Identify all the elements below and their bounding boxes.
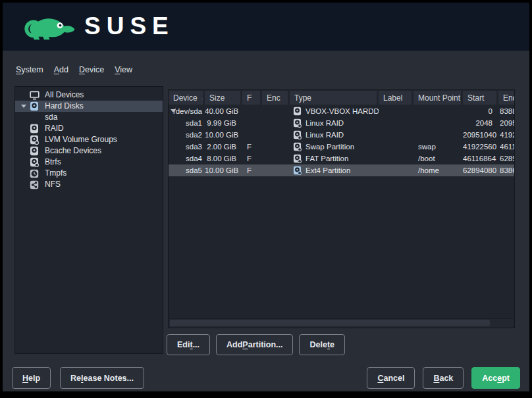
tmpfs-clock-icon [28,169,40,178]
tree-item-nfs[interactable]: NFS [15,179,163,190]
tree-item-sda[interactable]: sda [15,112,163,123]
column-header-device[interactable]: Device [169,90,205,105]
expander-icon[interactable] [21,105,26,108]
suse-logo: SUSE [14,9,174,43]
tree-item-label: RAID [45,123,64,134]
partition-type-icon [293,154,302,163]
device-tree: All Devices Hard Disks sda RAID [15,87,163,190]
suse-wordmark: SUSE [84,9,174,43]
table-row-sda5[interactable]: sda5 10.00 GiB F Ext4 Partition /home 62… [169,164,514,176]
tree-item-hard-disks[interactable]: Hard Disks [15,101,163,112]
add-partition-button[interactable]: Add Partition... [216,334,293,355]
partitions-table: Device Size F Enc Type Label Mount Point… [168,89,515,328]
partition-type-icon [293,118,302,128]
table-row-sda1[interactable]: sda1 9.99 GiB Linux RAID 2048 2095 [169,117,514,129]
edit-button[interactable]: Edit... [167,334,210,355]
accept-button[interactable]: Accept [471,367,520,389]
bcache-disk-icon [28,146,40,156]
tree-item-raid[interactable]: RAID [15,123,163,134]
tree-item-label: LVM Volume Groups [45,134,117,145]
column-header-mount-point[interactable]: Mount Point [413,90,463,105]
help-button[interactable]: Help [12,367,51,389]
suse-chameleon-icon [14,9,75,43]
cancel-button[interactable]: Cancel [367,367,415,389]
table-row-sda4[interactable]: sda4 8.00 GiB F FAT Partition /boot 4611… [169,153,514,164]
column-header-type[interactable]: Type [290,90,379,105]
menubar: System Add Device View [16,65,132,74]
lvm-disk-icon [28,135,40,145]
tree-item-label: All Devices [45,89,84,101]
column-header-label[interactable]: Label [379,90,413,105]
partition-type-icon [293,142,302,151]
screen: SUSE System Add Device View All Devices [0,0,532,398]
tree-item-tmpfs[interactable]: Tmpfs [15,168,163,179]
tree-item-label: Btrfs [45,157,61,168]
column-header-enc[interactable]: Enc [262,90,290,105]
menu-view[interactable]: View [115,65,132,74]
tree-item-label: sda [45,112,57,123]
table-row-sda3[interactable]: sda3 2.00 GiB F Swap Partition swap 4192… [169,141,514,153]
tree-item-lvm-volume-groups[interactable]: LVM Volume Groups [15,134,163,145]
expander-icon[interactable] [171,109,176,112]
sort-ascending-icon [202,96,203,99]
menu-system[interactable]: System [16,65,43,74]
tree-item-all-devices[interactable]: All Devices [15,89,163,101]
table-row-sda2[interactable]: sda2 10.00 GiB Linux RAID 20951040 4192 [169,129,514,141]
hard-disk-icon [28,101,40,111]
column-header-start[interactable]: Start [463,90,498,105]
column-header-end[interactable]: End [498,90,515,105]
tree-item-btrfs[interactable]: Btrfs [15,157,163,168]
partition-type-icon [293,130,302,139]
delete-button[interactable]: Delete [299,334,345,355]
device-tree-panel: All Devices Hard Disks sda RAID [14,86,163,354]
partition-type-icon [293,166,302,175]
raid-disk-icon [28,124,40,134]
menu-add[interactable]: Add [54,65,68,74]
back-button[interactable]: Back [423,367,464,389]
suse-banner: SUSE [3,3,529,51]
scrollbar-thumb[interactable] [170,320,490,326]
release-notes-button[interactable]: Release Notes... [60,367,144,389]
btrfs-disk-icon [28,157,40,167]
disk-type-icon [293,107,302,116]
horizontal-scrollbar[interactable] [169,318,514,327]
nfs-share-icon [28,180,40,189]
table-header: Device Size F Enc Type Label Mount Point… [169,90,514,105]
menu-device[interactable]: Device [79,65,104,74]
table-row-dev-sda[interactable]: /dev/sda 40.00 GiB VBOX-VBOX HARDDISK 0 … [169,105,514,117]
tree-item-label: Tmpfs [45,168,66,179]
all-devices-monitor-icon [28,91,40,100]
yast-partitioner-window: SUSE System Add Device View All Devices [3,3,529,391]
column-header-f[interactable]: F [242,90,262,105]
tree-item-bcache-devices[interactable]: Bcache Devices [15,145,163,157]
tree-item-label: Bcache Devices [45,145,101,157]
tree-item-label: NFS [45,179,61,190]
tree-item-label: Hard Disks [45,101,84,112]
footer-bar: Help Release Notes... Cancel Back Accept [12,367,520,389]
table-action-buttons: Edit... Add Partition... Delete [167,334,345,355]
column-header-size[interactable]: Size [205,90,242,105]
